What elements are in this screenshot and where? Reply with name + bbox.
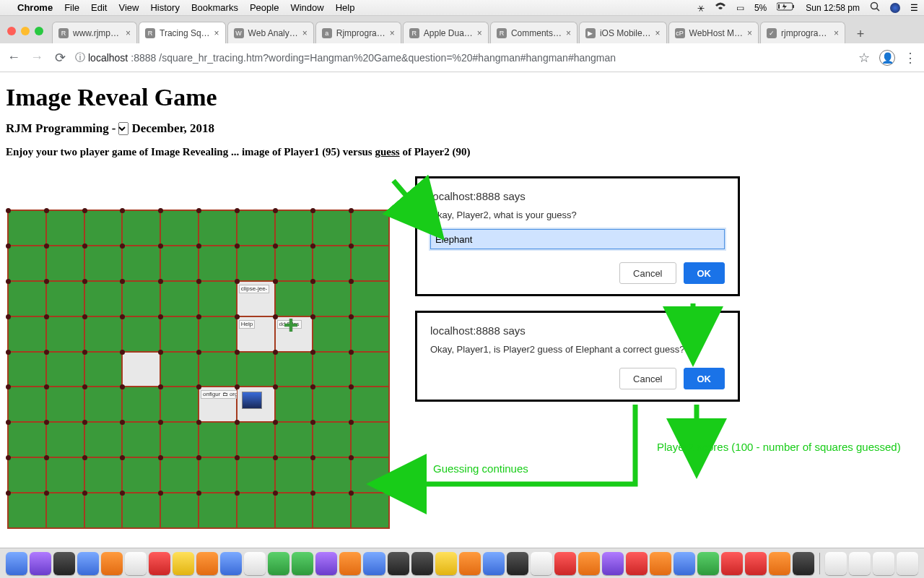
grid-cell[interactable] <box>122 457 160 493</box>
menu-file[interactable]: File <box>64 2 79 13</box>
wifi-icon[interactable] <box>715 2 726 13</box>
grid-cell[interactable] <box>84 493 123 528</box>
grid-cell[interactable] <box>275 387 313 422</box>
grid-cell[interactable] <box>122 422 160 457</box>
browser-tab[interactable]: RComments…× <box>490 22 578 43</box>
month-select[interactable] <box>118 122 128 135</box>
grid-cell[interactable] <box>46 352 84 387</box>
tab-close-icon[interactable]: × <box>834 28 839 38</box>
dock-item-doc3[interactable] <box>873 552 894 575</box>
grid-cell[interactable] <box>199 316 237 352</box>
dock-app-sysprefs[interactable] <box>388 552 409 575</box>
grid-cell[interactable] <box>237 422 275 457</box>
grid-cell[interactable] <box>351 493 389 528</box>
browser-tab[interactable]: ✓rjmprogra…× <box>760 22 845 43</box>
grid-cell[interactable] <box>46 493 84 528</box>
menu-history[interactable]: History <box>150 2 179 13</box>
grid-cell[interactable] <box>46 422 84 457</box>
grid-cell[interactable] <box>8 422 46 457</box>
grid-cell[interactable] <box>313 316 351 352</box>
display-icon[interactable]: ▭ <box>736 3 744 13</box>
grid-cell[interactable] <box>313 352 351 387</box>
menu-window[interactable]: Window <box>290 2 323 13</box>
grid-cell[interactable] <box>8 281 46 316</box>
grid-cell[interactable] <box>237 457 275 493</box>
grid-cell[interactable] <box>199 210 237 246</box>
menu-app-name[interactable]: Chrome <box>17 2 53 13</box>
tab-close-icon[interactable]: × <box>126 28 131 38</box>
grid-cell[interactable] <box>237 387 275 422</box>
grid-cell[interactable] <box>122 387 160 422</box>
dock-app-mail[interactable] <box>101 552 123 575</box>
grid-cell[interactable] <box>46 210 84 246</box>
grid-cell[interactable] <box>237 246 275 281</box>
grid-cell[interactable] <box>84 281 123 316</box>
profile-avatar-icon[interactable]: 👤 <box>879 50 895 66</box>
grid-cell[interactable] <box>351 281 389 316</box>
dock-app-generic4[interactable] <box>483 552 505 575</box>
browser-tab[interactable]: aRjmprogra…× <box>315 22 401 43</box>
grid-cell[interactable] <box>122 246 160 281</box>
address-bar[interactable]: ⓘ localhost:8888/square_hr_tracing.htm?w… <box>75 51 849 64</box>
dock-app-generic5[interactable] <box>531 552 552 575</box>
tab-close-icon[interactable]: × <box>655 28 661 38</box>
dock-app-messages[interactable] <box>268 552 289 575</box>
grid-cell[interactable] <box>8 246 46 281</box>
grid-cell[interactable] <box>160 422 199 457</box>
menu-help[interactable]: Help <box>336 2 355 13</box>
grid-cell[interactable] <box>160 316 199 352</box>
browser-tab[interactable]: ▶iOS Mobile…× <box>579 22 667 43</box>
grid-cell[interactable] <box>313 246 351 281</box>
grid-cell[interactable] <box>199 493 237 528</box>
menu-bookmarks[interactable]: Bookmarks <box>191 2 238 13</box>
dock-app-chrome[interactable] <box>674 552 695 575</box>
menu-people[interactable]: People <box>250 2 279 13</box>
notification-center-icon[interactable]: ☰ <box>910 3 918 13</box>
grid-cell[interactable] <box>46 246 84 281</box>
bookmark-star-icon[interactable]: ☆ <box>856 50 872 66</box>
menu-edit[interactable]: Edit <box>91 2 107 13</box>
browser-tab[interactable]: RTracing Sq…× <box>139 22 226 43</box>
grid-cell[interactable] <box>46 457 84 493</box>
grid-cell[interactable] <box>122 352 160 387</box>
browser-tab[interactable]: Rwww.rjmp…× <box>52 22 137 43</box>
browser-tab[interactable]: RApple Dua…× <box>403 22 489 43</box>
grid-cell[interactable]: Help <box>237 316 275 352</box>
grid-cell[interactable] <box>160 246 199 281</box>
dock-app-generic8[interactable] <box>602 552 624 575</box>
cancel-button[interactable]: Cancel <box>619 368 676 389</box>
grid-cell[interactable] <box>199 246 237 281</box>
dock-app-facetime[interactable] <box>292 552 313 575</box>
window-close-button[interactable] <box>7 27 16 35</box>
dock-app-safari[interactable] <box>77 552 99 575</box>
dock-app-terminal[interactable] <box>507 552 528 575</box>
grid-cell[interactable] <box>351 316 389 352</box>
grid-cell[interactable] <box>351 210 389 246</box>
browser-tab[interactable]: cPWebHost M…× <box>668 22 759 43</box>
new-tab-button[interactable]: + <box>851 25 870 43</box>
tab-close-icon[interactable]: × <box>390 28 395 38</box>
grid-cell[interactable] <box>160 387 199 422</box>
grid-cell[interactable] <box>122 210 160 246</box>
back-button[interactable]: ← <box>6 50 22 66</box>
grid-cell[interactable]: dd Files <box>275 316 313 352</box>
dock-app-generic12[interactable] <box>769 552 790 575</box>
grid-cell[interactable] <box>160 352 199 387</box>
dock-item-trash[interactable] <box>897 552 918 575</box>
grid-cell[interactable] <box>313 493 351 528</box>
grid-cell[interactable] <box>313 457 351 493</box>
grid-cell[interactable] <box>351 457 389 493</box>
dock-app-reminders[interactable] <box>196 552 218 575</box>
grid-cell[interactable] <box>8 316 46 352</box>
grid-cell[interactable] <box>351 422 389 457</box>
dock-app-launchpad[interactable] <box>53 552 75 575</box>
dock-app-generic2[interactable] <box>435 552 457 575</box>
grid-cell[interactable] <box>313 281 351 316</box>
dock-app-generic11[interactable] <box>745 552 767 575</box>
grid-cell[interactable] <box>237 210 275 246</box>
grid-cell[interactable] <box>275 493 313 528</box>
grid-cell[interactable] <box>84 316 123 352</box>
grid-cell[interactable] <box>122 316 160 352</box>
grid-cell[interactable]: clipse-jee- <box>237 281 275 316</box>
dock-app-generic1[interactable] <box>411 552 433 575</box>
